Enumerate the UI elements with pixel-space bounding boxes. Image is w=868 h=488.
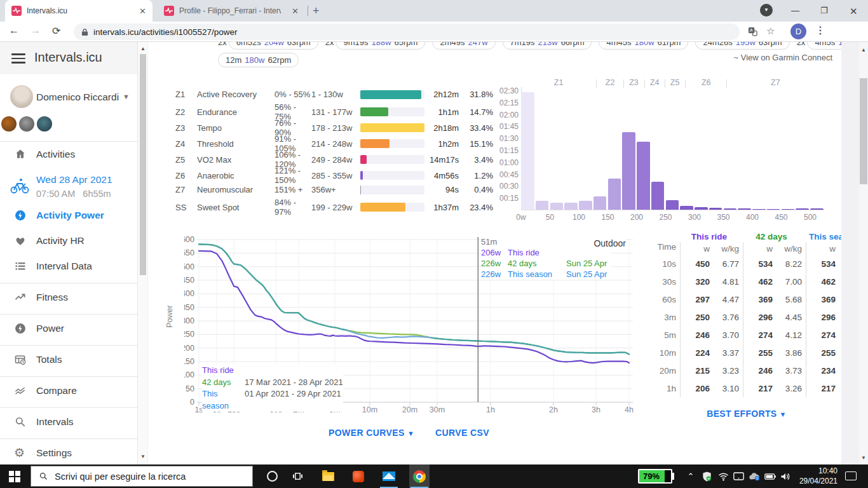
interval-pill[interactable]: 2m49s247w: [432, 42, 495, 50]
user-avatar[interactable]: [10, 85, 33, 108]
tab-close-icon[interactable]: ✕: [139, 6, 146, 16]
interval-pill-part: 65rpm: [395, 42, 418, 47]
chrome-update-icon[interactable]: ▼: [760, 4, 773, 17]
effort-watts-per-kg: 4.47: [710, 295, 739, 304]
sidebar-item-power[interactable]: Power: [0, 320, 137, 339]
sidebar-item-interval-data[interactable]: Interval Data: [0, 258, 137, 277]
tab-intervals[interactable]: Intervals.icu ✕: [5, 0, 153, 22]
chevron-up-icon[interactable]: ⌃: [684, 464, 698, 488]
x-tick-label: 100: [573, 213, 585, 222]
histogram-bar: [680, 206, 693, 210]
back-icon[interactable]: ←: [9, 25, 19, 36]
sidebar-item-settings[interactable]: ⚙ Settings: [0, 445, 137, 464]
x-tick-label: 1h: [486, 405, 495, 414]
interval-pill[interactable]: 7m19s213w66rpm: [503, 42, 592, 50]
defender-shield-icon[interactable]: [699, 464, 714, 488]
curve-csv-button[interactable]: CURVE CSV: [435, 428, 489, 438]
cortana-icon[interactable]: [262, 464, 282, 488]
effort-group: 2343.60: [806, 362, 841, 379]
interval-pill[interactable]: 9m19s188w65rpm: [336, 42, 425, 50]
effort-group: 2463.70: [680, 326, 739, 344]
taskbar-search[interactable]: Scrivi qui per eseguire la ricerca: [31, 466, 253, 487]
bookmark-star-icon[interactable]: ☆: [766, 25, 775, 37]
battery-icon[interactable]: [763, 464, 778, 488]
sidebar-item-activity-hr[interactable]: Activity HR: [0, 233, 137, 252]
tab-close-icon[interactable]: ✕: [292, 6, 299, 16]
wifi-icon[interactable]: [715, 464, 731, 488]
window-minimize-button[interactable]: —: [791, 6, 799, 15]
garmin-connect-link[interactable]: ~ View on Garmin Connect: [734, 53, 832, 62]
office-icon[interactable]: [348, 464, 369, 488]
mini-avatar[interactable]: [1, 116, 17, 132]
battery-percentage-widget[interactable]: 79%: [638, 469, 672, 484]
interval-pill[interactable]: 6m52s204w63rpm: [229, 42, 318, 50]
divider: [0, 376, 137, 377]
best-efforts-group-label: 42 days: [742, 232, 801, 242]
mini-avatar[interactable]: [37, 116, 52, 132]
window-restore-button[interactable]: ❐: [820, 6, 828, 15]
translate-icon[interactable]: A: [748, 27, 757, 36]
file-explorer-icon[interactable]: [318, 464, 338, 488]
user-name[interactable]: Domenico Riccardi: [36, 92, 119, 103]
best-efforts-row: 10s4506.775348.225348.22: [648, 255, 841, 273]
taskbar-clock[interactable]: 10:40 29/04/2021: [793, 466, 837, 486]
zone-time: 1h37m: [430, 203, 459, 212]
sidebar-item-activity-power[interactable]: Activity Power: [0, 207, 137, 226]
scroll-up-icon[interactable]: ▲: [138, 46, 148, 51]
scroll-down-icon[interactable]: ▼: [138, 454, 148, 459]
interval-pill[interactable]: 24m26s195w63rpm: [695, 42, 789, 50]
onedrive-cloud-icon[interactable]: [746, 464, 763, 488]
new-tab-button[interactable]: +: [313, 4, 320, 18]
sidebar-item-intervals[interactable]: Intervals: [0, 414, 137, 433]
zone-percent: 15.1%: [459, 139, 493, 149]
menu-icon[interactable]: [11, 53, 25, 66]
column-header: w: [806, 244, 836, 254]
zone-row: Z4Threshold91% - 105%214 - 248w1h2m15.1%: [175, 134, 493, 150]
scrollbar-thumb[interactable]: [860, 78, 867, 184]
effort-watts: 246: [743, 366, 773, 376]
zone-id: Z7: [175, 185, 197, 194]
sidebar-scrollbar[interactable]: ▲ ▼: [137, 42, 147, 464]
interval-pill[interactable]: 4m45s180w61rpm: [599, 42, 688, 50]
zone-name: VO2 Max: [197, 155, 275, 165]
tab-profile[interactable]: Profile - Filippo_Ferrari - Intervals ✕: [158, 0, 305, 22]
mail-icon[interactable]: [379, 464, 399, 488]
start-button-icon[interactable]: [9, 471, 20, 482]
x-tick-label: 500: [804, 213, 817, 222]
activity-type-label: Outdoor: [587, 238, 626, 248]
histogram-bar: [651, 182, 665, 210]
forward-icon[interactable]: →: [31, 25, 41, 36]
chevron-down-icon[interactable]: ▼: [123, 93, 130, 100]
address-bar[interactable]: intervals.icu/activities/i1005527/power: [74, 24, 740, 40]
window-close-button[interactable]: ✕: [850, 6, 858, 17]
tablet-icon[interactable]: [731, 464, 746, 488]
mini-avatar[interactable]: [19, 116, 34, 132]
power-histogram[interactable]: Z1Z2Z3Z4Z5Z6Z700:1500:3000:4501:0001:150…: [520, 78, 832, 224]
sidebar-item-activities[interactable]: Activities: [0, 146, 137, 165]
zone-watt-range: 199 - 229w: [311, 203, 360, 212]
browser-menu-icon[interactable]: ⋮: [815, 24, 825, 36]
task-view-icon[interactable]: [287, 464, 308, 488]
interval-pill[interactable]: 12m180w62rpm: [218, 53, 299, 67]
browser-profile-avatar[interactable]: D: [790, 24, 806, 39]
sidebar-item-compare[interactable]: Compare: [0, 383, 137, 402]
action-center-icon[interactable]: [845, 471, 857, 480]
scrollbar-thumb[interactable]: [140, 54, 146, 275]
interval-pills-row: 12m180w62rpm: [218, 53, 299, 67]
scroll-down-icon[interactable]: ▼: [859, 455, 868, 461]
reload-icon[interactable]: ⟳: [52, 25, 60, 37]
histogram-zone-label: Z1: [554, 78, 564, 87]
power-curves-button[interactable]: POWER CURVES ▼: [329, 428, 414, 438]
page-scrollbar[interactable]: ▲ ▼: [859, 42, 868, 464]
legend-row: This ride: [202, 365, 343, 377]
sidebar-item-ride-date[interactable]: Wed 28 Apr 2021: [36, 174, 112, 186]
interval-pill[interactable]: 4m5s192w64rpm: [807, 42, 841, 50]
scroll-up-icon[interactable]: ▲: [859, 47, 868, 53]
sidebar-item-fitness[interactable]: Fitness: [0, 289, 137, 308]
tooltip-date: Sun 25 Apr: [566, 258, 607, 269]
chrome-icon[interactable]: [409, 464, 430, 488]
intervals-favicon: [11, 6, 22, 16]
best-efforts-link[interactable]: BEST EFFORTS ▼: [648, 409, 841, 419]
sidebar-item-totals[interactable]: Totals: [0, 351, 137, 370]
speaker-icon[interactable]: [778, 464, 793, 488]
